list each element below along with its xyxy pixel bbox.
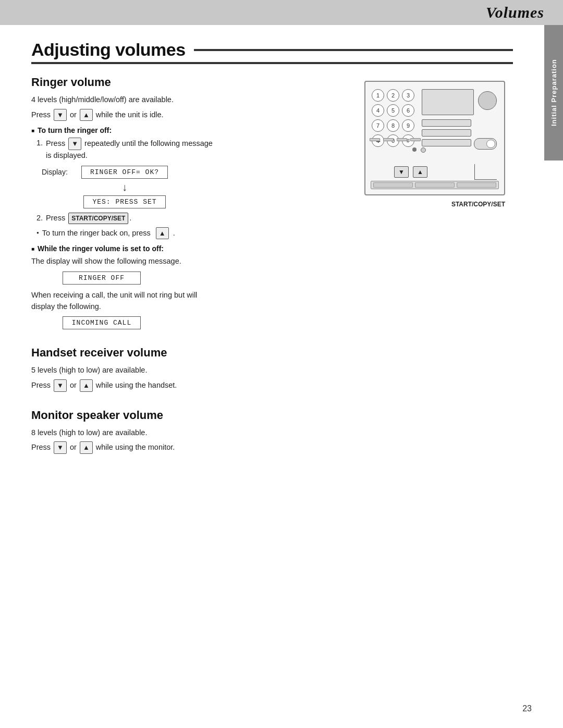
ringer-volume-section: Ringer volume 4 levels (high/middle/low/… bbox=[31, 76, 336, 329]
ringer-volume-heading: Ringer volume bbox=[31, 76, 336, 89]
incoming-call-display-centered: INCOMING CALL bbox=[63, 316, 336, 329]
while-ringer-off-label: While the ringer volume is set to off: bbox=[38, 244, 164, 253]
device-btn-1 bbox=[422, 119, 471, 127]
device-speaker bbox=[421, 147, 426, 153]
dash-1 bbox=[370, 138, 380, 141]
monitor-intro-2: Press ▼ or ▲ while using the monitor. bbox=[31, 441, 336, 454]
monitor-intro-1: 8 levels (high to low) are available. bbox=[31, 427, 336, 439]
dash-2 bbox=[383, 138, 394, 141]
handset-heading: Handset receiver volume bbox=[31, 346, 336, 360]
display-row: Display: RINGER OFF= OK? ↓ YES: PRESS SE… bbox=[42, 166, 336, 208]
step-2-num: 2. bbox=[36, 213, 43, 224]
ringer-intro-1: 4 levels (high/middle/low/off) are avail… bbox=[31, 94, 336, 106]
connector-horiz bbox=[475, 179, 497, 180]
up-btn-bullet: ▲ bbox=[156, 227, 169, 240]
device-up-btn: ▲ bbox=[413, 166, 427, 178]
key-4: 4 bbox=[372, 104, 384, 117]
device-buttons-row bbox=[422, 119, 471, 146]
device-btn-3 bbox=[422, 139, 471, 146]
to-turn-ringer-off-heading: To turn the ringer off: bbox=[31, 126, 336, 134]
page-title-bar: Adjusting volumes bbox=[31, 40, 513, 64]
key-1: 1 bbox=[372, 89, 384, 102]
handset-receiver-section: Handset receiver volume 5 levels (high t… bbox=[31, 346, 336, 391]
bottom-seg-3 bbox=[457, 182, 496, 188]
step-1: 1. Press ▼ repeatedly until the followin… bbox=[36, 138, 336, 161]
up-arrow-btn-inline: ▲ bbox=[80, 109, 93, 121]
device-slider bbox=[474, 138, 497, 150]
down-btn-handset: ▼ bbox=[54, 379, 67, 392]
down-btn-step1: ▼ bbox=[68, 138, 81, 150]
side-tab: Initial Preparation bbox=[544, 25, 563, 161]
bottom-seg-2 bbox=[415, 182, 455, 188]
monitor-speaker-section: Monitor speaker volume 8 levels (high to… bbox=[31, 409, 336, 454]
display-box-2: YES: PRESS SET bbox=[83, 195, 165, 208]
dash-4 bbox=[410, 138, 421, 141]
key-7: 7 bbox=[372, 119, 384, 132]
up-btn-monitor: ▲ bbox=[80, 441, 93, 454]
header-title: Volumes bbox=[486, 4, 544, 21]
handset-intro-2: Press ▼ or ▲ while using the handset. bbox=[31, 379, 336, 392]
title-rule bbox=[194, 49, 513, 51]
bullet-turn-back-on: To turn the ringer back on, press ▲. bbox=[36, 227, 336, 240]
page-content: Adjusting volumes Ringer volume 4 levels… bbox=[0, 25, 544, 491]
display-label: Display: bbox=[42, 166, 73, 176]
incoming-call-body: When receiving a call, the unit will not… bbox=[31, 290, 336, 313]
monitor-heading: Monitor speaker volume bbox=[31, 409, 336, 422]
header-band: Volumes bbox=[0, 0, 563, 25]
bottom-seg-1 bbox=[373, 182, 413, 188]
start-copy-set-label: START/COPY/SET bbox=[451, 201, 505, 208]
ringer-off-display-centered: RINGER OFF bbox=[63, 272, 336, 285]
device-diagram: 1 2 3 4 5 6 7 8 9 ✱ 0 # bbox=[364, 81, 505, 195]
page-title: Adjusting volumes bbox=[31, 40, 186, 60]
display-arrow: ↓ bbox=[122, 182, 127, 192]
step-2-text: Press START/COPY/SET. bbox=[46, 213, 131, 224]
key-2: 2 bbox=[387, 89, 399, 102]
col-right: 1 2 3 4 5 6 7 8 9 ✱ 0 # bbox=[357, 76, 513, 471]
to-turn-ringer-off-label: To turn the ringer off: bbox=[38, 126, 112, 134]
device-label: START/COPY/SET bbox=[364, 201, 505, 208]
device-display-panel bbox=[422, 89, 474, 115]
device-btn-2 bbox=[422, 129, 471, 137]
device-dashes bbox=[370, 138, 421, 141]
display-boxes: RINGER OFF= OK? ↓ YES: PRESS SET bbox=[81, 166, 168, 208]
dash-3 bbox=[397, 138, 407, 141]
ringer-off-body: The display will show the following mess… bbox=[31, 256, 336, 267]
up-btn-handset: ▲ bbox=[80, 379, 93, 392]
ringer-off-box: RINGER OFF bbox=[63, 272, 141, 285]
incoming-call-box: INCOMING CALL bbox=[63, 316, 141, 329]
page-number: 23 bbox=[522, 704, 532, 713]
step-1-text: Press ▼ repeatedly until the following m… bbox=[46, 138, 213, 161]
col-left: Ringer volume 4 levels (high/middle/low/… bbox=[31, 76, 336, 471]
device-arrow-row: ▼ ▲ bbox=[394, 166, 427, 178]
device-bottom-row bbox=[371, 181, 499, 189]
while-ringer-off-heading: While the ringer volume is set to off: bbox=[31, 244, 336, 253]
display-box-1: RINGER OFF= OK? bbox=[81, 166, 168, 179]
device-knob bbox=[478, 91, 497, 110]
key-8: 8 bbox=[387, 119, 399, 132]
key-6: 6 bbox=[402, 104, 414, 117]
key-3: 3 bbox=[402, 89, 414, 102]
device-dot bbox=[412, 147, 417, 152]
step-2: 2. Press START/COPY/SET. bbox=[36, 213, 336, 224]
two-col-layout: Ringer volume 4 levels (high/middle/low/… bbox=[31, 76, 513, 471]
start-copy-set-btn-inline: START/COPY/SET bbox=[68, 213, 128, 224]
down-btn-monitor: ▼ bbox=[54, 441, 67, 454]
device-down-btn: ▼ bbox=[394, 166, 409, 178]
ringer-intro-2: Press ▼ or ▲ while the unit is idle. bbox=[31, 109, 336, 121]
key-5: 5 bbox=[387, 104, 399, 117]
connector-line bbox=[474, 164, 475, 180]
down-arrow-btn-inline: ▼ bbox=[54, 109, 67, 121]
step-1-num: 1. bbox=[36, 138, 43, 161]
handset-intro-1: 5 levels (high to low) are available. bbox=[31, 365, 336, 376]
side-tab-text: Initial Preparation bbox=[550, 59, 558, 127]
device-slider-thumb bbox=[486, 140, 495, 148]
key-9: 9 bbox=[402, 119, 414, 132]
